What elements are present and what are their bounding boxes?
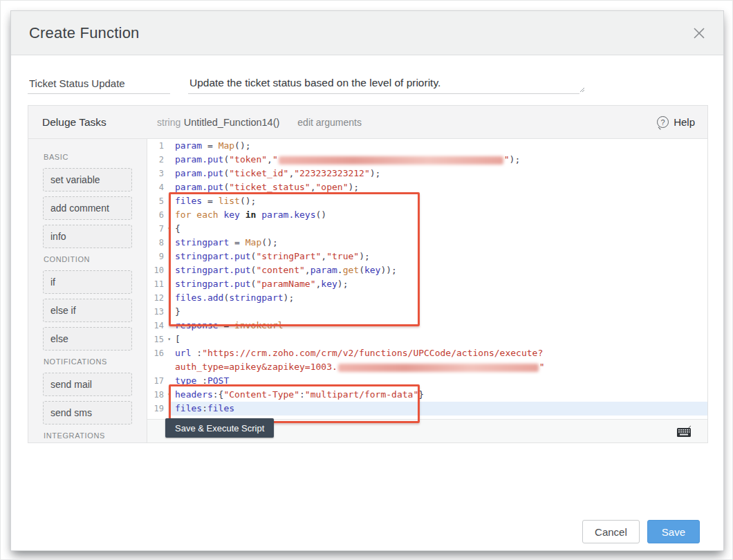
task-item-set-variable[interactable]: set variable: [43, 168, 132, 192]
code-row[interactable]: 12files.add(stringpart);: [147, 291, 707, 305]
keyboard-icon[interactable]: [676, 424, 692, 438]
code-token: =: [229, 237, 245, 248]
code-editor[interactable]: 1param = Map();2param.put("token","");3p…: [147, 139, 707, 442]
code-token: get: [343, 265, 359, 275]
sidebar-section: CONDITIONifelse ifelse: [43, 255, 132, 351]
cancel-button[interactable]: Cancel: [582, 520, 640, 543]
task-item-send-sms[interactable]: send sms: [43, 401, 132, 424]
function-name-input[interactable]: [28, 73, 170, 94]
code-token: "token": [229, 154, 267, 165]
dialog-header: Create Function: [11, 11, 723, 55]
code-row[interactable]: 1param = Map();: [147, 139, 707, 153]
code-token: stringpart: [229, 292, 283, 303]
code-token: );: [348, 182, 359, 192]
code-token: "paramName": [256, 279, 315, 289]
line-number: 3: [147, 167, 171, 180]
code-token: Map: [219, 140, 234, 151]
task-item-if[interactable]: if: [43, 270, 132, 294]
fold-arrow-icon[interactable]: ▾: [167, 222, 171, 236]
code-row[interactable]: 17type :POST: [147, 374, 707, 388]
code-token: :: [202, 403, 207, 413]
save-execute-button[interactable]: Save & Execute Script: [165, 418, 274, 438]
description-input[interactable]: [188, 72, 579, 94]
close-icon[interactable]: [692, 26, 707, 41]
code-row[interactable]: 11stringpart.put("paramName",key);: [147, 277, 707, 291]
code-row[interactable]: 8stringpart = Map();: [147, 236, 707, 250]
code-row[interactable]: 14response = invokeurl: [147, 319, 707, 333]
code-token: ,: [310, 182, 316, 192]
code-token: files: [207, 403, 234, 413]
code-row[interactable]: auth_type=apikey&zapikey=1003.": [147, 360, 707, 374]
help-button[interactable]: ? Help: [657, 116, 695, 128]
code-row[interactable]: 9stringpart.put("stringPart","true");: [147, 250, 707, 263]
sidebar-section: INTEGRATIONS: [43, 431, 132, 440]
code-token: key: [364, 265, 380, 275]
function-signature: string Untitled_Function14(): [157, 116, 279, 129]
code-row[interactable]: 10stringpart.put("content",param.get(key…: [147, 263, 707, 277]
code-token: :{: [213, 389, 224, 400]
code-token: );: [337, 279, 349, 289]
fold-arrow-icon[interactable]: ▾: [167, 333, 171, 346]
line-number: 6: [147, 208, 171, 222]
code-token: response: [175, 320, 219, 330]
resize-grip-icon[interactable]: [578, 86, 585, 93]
code-token: "223232323212": [294, 168, 370, 178]
code-token: stringpart.put: [175, 251, 251, 261]
code-token: ();: [234, 140, 250, 151]
line-number: 7▾: [147, 222, 171, 236]
line-number: 9: [147, 250, 171, 263]
code-line-content: stringpart.put("content",param.get(key))…: [171, 263, 707, 277]
code-row[interactable]: 2param.put("token","");: [147, 153, 707, 167]
code-token: "ticket_status": [229, 182, 310, 192]
task-item-info[interactable]: info: [43, 225, 132, 248]
code-token: param.put: [175, 182, 223, 192]
code-row[interactable]: 6for each key in param.keys(): [147, 208, 707, 222]
code-line-content: files = list();: [171, 194, 707, 208]
line-number: 5: [147, 194, 171, 208]
code-row[interactable]: 4param.put("ticket_status","open");: [147, 180, 707, 194]
save-button[interactable]: Save: [647, 520, 700, 543]
task-item-send-mail[interactable]: send mail: [43, 373, 132, 396]
panel-title: Deluge Tasks: [28, 116, 147, 129]
line-number: 18▾: [147, 388, 171, 402]
description-field-wrap: [188, 72, 579, 94]
code-row[interactable]: 5files = list();: [147, 194, 707, 208]
code-row[interactable]: 16url :"https://crm.zoho.com/crm/v2/func…: [147, 346, 707, 360]
code-token: param.put: [175, 168, 223, 178]
code-token: "content": [256, 265, 304, 275]
code-row[interactable]: 3param.put("ticket_id","223232323212");: [147, 167, 707, 180]
code-line-content: response = invokeurl: [171, 319, 707, 333]
code-token: param.keys: [261, 209, 315, 220]
code-token: stringpart.put: [175, 279, 251, 289]
code-row[interactable]: 13}: [147, 305, 707, 319]
edit-arguments-link[interactable]: edit arguments: [297, 117, 362, 128]
code-token: param: [175, 140, 202, 151]
code-token: "true": [326, 251, 359, 261]
code-line-content: auth_type=apikey&zapikey=1003.": [171, 360, 707, 374]
task-item-else-if[interactable]: else if: [43, 299, 132, 322]
code-token: =: [202, 196, 218, 206]
code-row[interactable]: 19files:files: [147, 402, 707, 416]
code-token: type: [175, 375, 196, 386]
code-token: );: [510, 154, 521, 165]
fold-arrow-icon[interactable]: ▾: [167, 388, 171, 402]
sidebar-section-label: BASIC: [44, 153, 132, 161]
sidebar-section-label: CONDITION: [44, 255, 132, 263]
code-row[interactable]: 15▾[: [147, 333, 707, 346]
sidebar-section-label: NOTIFICATIONS: [44, 357, 132, 366]
code-line-content: [: [171, 333, 707, 346]
code-token: Map: [245, 237, 261, 248]
page-background: Create Function Deluge Tasks string Unti…: [0, 0, 733, 560]
task-item-add-comment[interactable]: add comment: [43, 196, 132, 220]
code-token: POST: [207, 375, 229, 386]
code-row[interactable]: 18▾headers:{"Content-Type":"multipart/fo…: [147, 388, 707, 402]
code-token: }: [418, 389, 424, 400]
signature-function-name: Untitled_Function14(): [184, 117, 280, 128]
code-line-content: param.put("ticket_id","223232323212");: [171, 167, 707, 180]
code-token: ));: [380, 265, 396, 275]
task-item-else[interactable]: else: [43, 327, 132, 351]
code-line-content: param = Map();: [171, 139, 707, 153]
code-token: url: [175, 348, 191, 358]
line-number: 16: [147, 346, 171, 360]
code-row[interactable]: 7▾{: [147, 222, 707, 236]
